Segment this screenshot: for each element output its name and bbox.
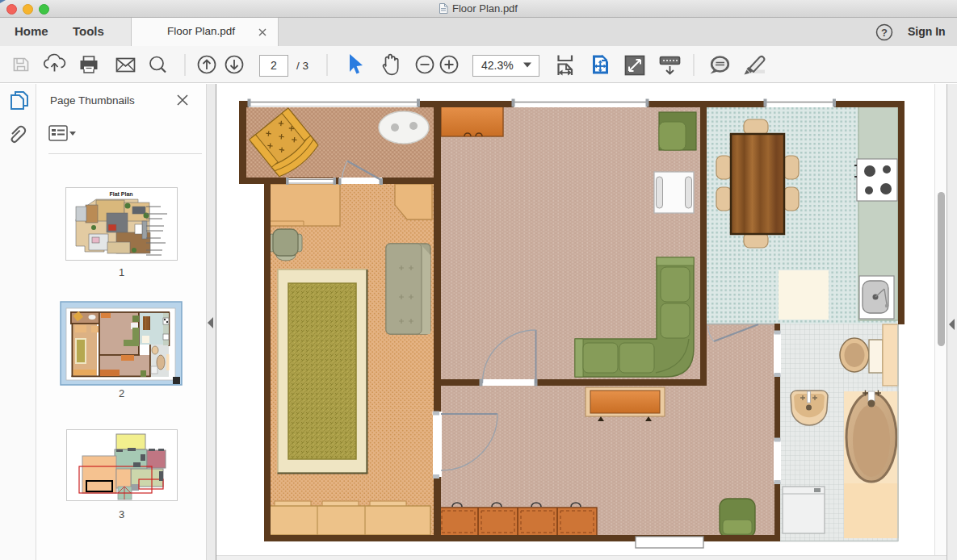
svg-text:2: 2	[271, 59, 277, 72]
svg-text:/ 3: / 3	[296, 60, 309, 72]
svg-text:?: ?	[881, 27, 888, 39]
svg-text:42.3%: 42.3%	[481, 59, 514, 72]
svg-text:Flat Plan: Flat Plan	[109, 191, 132, 197]
